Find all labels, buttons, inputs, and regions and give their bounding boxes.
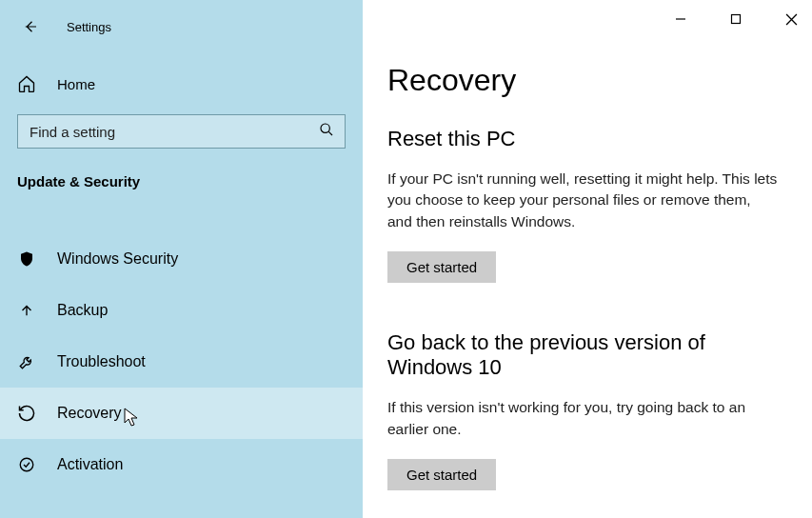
section-title-goback: Go back to the previous version of Windo…	[387, 330, 778, 380]
sidebar-item-recovery[interactable]: Recovery	[0, 388, 363, 439]
reset-get-started-button[interactable]: Get started	[387, 251, 496, 283]
maximize-icon	[730, 13, 742, 25]
close-button[interactable]	[776, 6, 806, 32]
close-icon	[785, 13, 798, 26]
sidebar-item-label: Backup	[57, 302, 108, 319]
sidebar-item-label: Recovery	[57, 405, 122, 422]
search-input[interactable]	[17, 114, 346, 149]
svg-point-1	[20, 458, 33, 471]
section-title-reset: Reset this PC	[387, 127, 778, 151]
shield-icon	[17, 249, 36, 269]
back-button[interactable]	[13, 10, 48, 44]
minimize-button[interactable]	[665, 6, 696, 32]
sidebar-item-troubleshoot[interactable]: Troubleshoot	[0, 336, 363, 388]
page-heading: Recovery	[387, 63, 778, 98]
troubleshoot-icon	[17, 352, 36, 371]
section-desc-goback: If this version isn't working for you, t…	[387, 397, 778, 440]
sidebar-item-label: Windows Security	[57, 250, 178, 268]
backup-icon	[17, 301, 36, 320]
window-controls	[665, 6, 806, 32]
sidebar-item-backup[interactable]: Backup	[0, 285, 363, 336]
sidebar-item-activation[interactable]: Activation	[0, 439, 363, 490]
activation-icon	[17, 455, 36, 474]
settings-sidebar: Settings Home Update & Security Windows …	[0, 0, 363, 518]
sidebar-item-windows-security[interactable]: Windows Security	[0, 233, 363, 285]
back-arrow-icon	[22, 18, 39, 35]
search-wrap	[17, 114, 346, 149]
minimize-icon	[675, 13, 686, 25]
category-heading: Update & Security	[0, 169, 363, 189]
maximize-button[interactable]	[721, 6, 751, 32]
svg-rect-2	[732, 15, 741, 24]
section-desc-reset: If your PC isn't running well, resetting…	[387, 169, 778, 232]
recovery-icon	[17, 404, 36, 423]
content-pane: Recovery Reset this PC If your PC isn't …	[363, 0, 812, 518]
sidebar-item-label: Activation	[57, 456, 123, 473]
home-label: Home	[57, 76, 95, 92]
sidebar-item-label: Troubleshoot	[57, 353, 146, 370]
window-title: Settings	[67, 20, 111, 34]
home-row[interactable]: Home	[0, 63, 363, 105]
titlebar: Settings	[0, 8, 363, 46]
cursor-icon	[124, 408, 139, 427]
goback-get-started-button[interactable]: Get started	[387, 459, 496, 490]
home-icon	[17, 74, 36, 93]
